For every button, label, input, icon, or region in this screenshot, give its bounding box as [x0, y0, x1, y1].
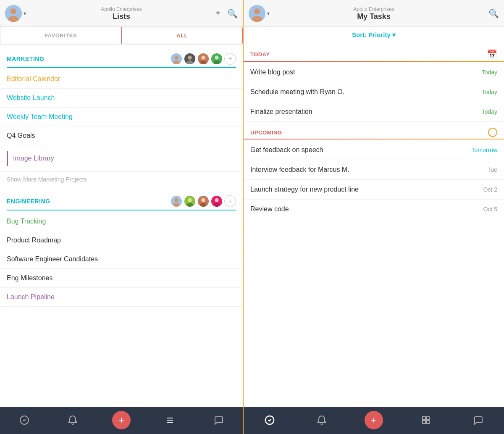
task-due: Oct 2: [483, 186, 497, 193]
task-name: Finalize presentation: [250, 108, 312, 116]
nav-messages-left[interactable]: [209, 411, 228, 429]
task-due: Tue: [487, 166, 497, 173]
task-row[interactable]: Review code Oct 5: [244, 200, 504, 219]
list-item[interactable]: Launch Pipeline: [0, 288, 243, 307]
list-item[interactable]: Product Roadmap: [0, 231, 243, 250]
list-item[interactable]: Eng Milestones: [0, 269, 243, 288]
nav-messages-right[interactable]: [469, 411, 487, 429]
add-member-engineering[interactable]: +: [224, 195, 236, 207]
user-avatar[interactable]: [5, 5, 22, 22]
calendar-icon[interactable]: 📅: [487, 49, 497, 59]
avatar-m1: [171, 53, 182, 65]
page-title-left: Lists: [101, 12, 142, 21]
left-accent: [7, 151, 8, 166]
task-name: Write blog post: [250, 68, 295, 76]
nav-add-right[interactable]: +: [365, 411, 383, 429]
user-avatar-right[interactable]: [249, 5, 265, 22]
org-name: Apollo Enterprises: [101, 6, 142, 12]
list-item[interactable]: Bug Tracking: [0, 212, 243, 231]
tab-all[interactable]: ALL: [121, 27, 243, 44]
task-name: Get feedback on speech: [250, 146, 323, 154]
task-row[interactable]: Write blog post Today: [244, 63, 504, 82]
left-scroll: MARKETING +: [0, 45, 243, 407]
nav-notifications-right[interactable]: [312, 411, 331, 429]
list-item[interactable]: Weekly Team Meeting: [0, 108, 243, 126]
marketing-divider: [7, 67, 236, 68]
list-item[interactable]: Editorial Calendar: [0, 70, 243, 89]
svg-rect-35: [423, 417, 425, 420]
nav-lists-left[interactable]: [161, 411, 179, 429]
engineering-avatars: +: [171, 195, 236, 207]
tab-favorites[interactable]: FAVORITES: [0, 27, 121, 44]
engineering-header: ENGINEERING +: [0, 187, 243, 210]
svg-point-19: [188, 198, 192, 202]
upcoming-section: UPCOMING Get feedback on speech Tomorrow…: [244, 122, 504, 219]
upcoming-divider: [244, 139, 504, 139]
page-title-right: My Tasks: [353, 12, 394, 21]
svg-rect-37: [423, 421, 425, 423]
section-marketing: MARKETING +: [0, 45, 243, 187]
avatar-e3: [197, 195, 209, 207]
tabs-row: FAVORITES ALL: [0, 27, 243, 45]
svg-point-25: [215, 198, 218, 202]
list-item[interactable]: Software Engineer Candidates: [0, 250, 243, 269]
right-bottom-nav: +: [244, 407, 504, 434]
svg-point-1: [10, 8, 16, 14]
marketing-title: MARKETING: [7, 55, 44, 62]
task-name: Interview feedback for Marcus M.: [250, 166, 349, 174]
avatar-e2: [184, 195, 196, 207]
nav-lists-right[interactable]: [417, 411, 435, 429]
right-header-chevron[interactable]: ▾: [267, 11, 270, 16]
list-item[interactable]: Image Library: [0, 145, 243, 172]
task-name: Launch strategy for new product line: [250, 186, 359, 193]
org-name-right: Apollo Enterprises: [353, 6, 394, 12]
task-name: Schedule meeting with Ryan O.: [250, 88, 344, 96]
engineering-title: ENGINEERING: [7, 198, 50, 205]
svg-rect-38: [426, 421, 429, 423]
nav-tasks-right[interactable]: [260, 411, 279, 429]
task-name: Review code: [250, 205, 289, 213]
add-member-marketing[interactable]: +: [224, 53, 236, 65]
sort-bar: Sort: Priority ▾: [244, 27, 504, 43]
list-item[interactable]: Website Launch: [0, 89, 243, 108]
avatar-e1: [171, 195, 182, 207]
left-bottom-nav: +: [0, 407, 243, 434]
task-due: Today: [482, 108, 497, 115]
search-button-right[interactable]: 🔍: [488, 8, 499, 18]
svg-rect-36: [426, 417, 429, 420]
nav-tasks-left[interactable]: [15, 411, 34, 429]
nav-notifications-left[interactable]: [63, 411, 82, 429]
task-row[interactable]: Finalize presentation Today: [244, 102, 504, 122]
today-title: TODAY: [250, 51, 270, 58]
upcoming-title: UPCOMING: [250, 129, 282, 136]
svg-point-4: [174, 56, 178, 60]
svg-point-32: [254, 8, 260, 14]
right-panel: ▾ Apollo Enterprises My Tasks 🔍 Sort: Pr…: [244, 0, 504, 434]
today-header: TODAY 📅: [244, 43, 504, 61]
task-row[interactable]: Get feedback on speech Tomorrow: [244, 140, 504, 160]
add-button[interactable]: +: [215, 8, 220, 18]
nav-add-left[interactable]: +: [112, 411, 131, 429]
right-header: ▾ Apollo Enterprises My Tasks 🔍: [244, 0, 504, 27]
search-button-left[interactable]: 🔍: [227, 8, 238, 18]
marketing-header: MARKETING +: [0, 45, 243, 67]
upcoming-header: UPCOMING: [244, 122, 504, 139]
list-item[interactable]: Q4 Goals: [0, 126, 243, 145]
avatar-e4: [211, 195, 223, 207]
sort-button[interactable]: Sort: Priority ▾: [352, 31, 396, 38]
task-due: Today: [482, 89, 497, 95]
svg-point-7: [188, 56, 192, 60]
right-scroll: TODAY 📅 Write blog post Today Schedule m…: [244, 43, 504, 407]
avatar-m4: [211, 53, 223, 65]
task-row[interactable]: Launch strategy for new product line Oct…: [244, 180, 504, 200]
show-more-marketing[interactable]: Show More Marketing Projects: [0, 172, 243, 187]
left-panel: ▾ Apollo Enterprises Lists + 🔍 FAVORITES…: [0, 0, 244, 434]
engineering-divider: [7, 210, 236, 210]
header-chevron[interactable]: ▾: [24, 11, 26, 16]
svg-point-13: [215, 56, 218, 60]
task-row[interactable]: Interview feedback for Marcus M. Tue: [244, 160, 504, 180]
avatar-m3: [197, 53, 209, 65]
upcoming-circle: [488, 128, 497, 137]
svg-point-10: [201, 56, 205, 60]
task-row[interactable]: Schedule meeting with Ryan O. Today: [244, 82, 504, 102]
